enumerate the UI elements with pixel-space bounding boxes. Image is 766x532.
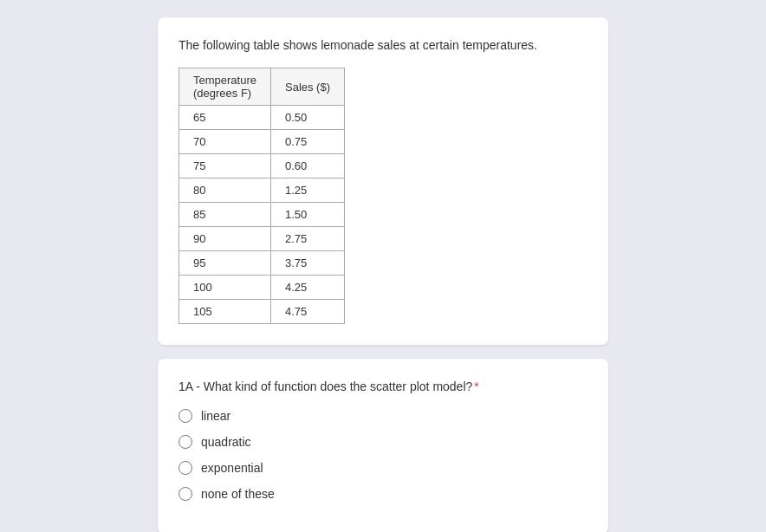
table-cell: 85 [179,203,271,227]
table-cell: 1.50 [270,203,344,227]
table-cell: 95 [179,251,271,276]
radio-option-exponential[interactable]: exponential [179,461,587,475]
data-table: Temperature(degrees F) Sales ($) 650.507… [179,68,345,324]
table-cell: 0.60 [270,154,344,178]
table-cell: 100 [179,276,271,300]
radio-option-linear[interactable]: linear [179,409,587,423]
table-row: 1004.25 [179,276,345,300]
table-cell: 105 [179,300,271,324]
table-row: 650.50 [179,106,345,130]
radio-input-none_of_these[interactable] [179,487,192,501]
question-text: 1A - What kind of function does the scat… [179,380,472,393]
table-cell: 2.75 [270,227,344,251]
table-cell: 90 [179,227,271,251]
table-row: 750.60 [179,154,345,178]
radio-label-none_of_these: none of these [201,487,275,501]
table-cell: 0.75 [270,130,344,154]
table-row: 851.50 [179,203,345,227]
table-row: 902.75 [179,227,345,251]
table-title: The following table shows lemonade sales… [179,38,587,52]
radio-option-quadratic[interactable]: quadratic [179,435,587,449]
table-cell: 0.50 [270,106,344,130]
table-cell: 4.25 [270,276,344,300]
table-cell: 75 [179,154,271,178]
radio-option-none_of_these[interactable]: none of these [179,487,587,501]
radio-input-quadratic[interactable] [179,435,192,449]
radio-input-exponential[interactable] [179,461,192,475]
radio-label-exponential: exponential [201,461,263,475]
required-marker: * [474,380,478,393]
table-row: 1054.75 [179,300,345,324]
table-cell: 3.75 [270,251,344,276]
table-cell: 4.75 [270,300,344,324]
col-header-sales: Sales ($) [270,68,344,106]
table-card: The following table shows lemonade sales… [158,17,608,345]
table-cell: 70 [179,130,271,154]
table-row: 700.75 [179,130,345,154]
question-card: 1A - What kind of function does the scat… [158,359,608,532]
radio-input-linear[interactable] [179,409,192,423]
radio-label-quadratic: quadratic [201,435,251,449]
table-row: 953.75 [179,251,345,276]
table-cell: 1.25 [270,178,344,203]
table-cell: 65 [179,106,271,130]
table-cell: 80 [179,178,271,203]
col-header-temperature: Temperature(degrees F) [179,68,271,106]
table-row: 801.25 [179,178,345,203]
question-title: 1A - What kind of function does the scat… [179,380,587,393]
radio-label-linear: linear [201,409,230,423]
